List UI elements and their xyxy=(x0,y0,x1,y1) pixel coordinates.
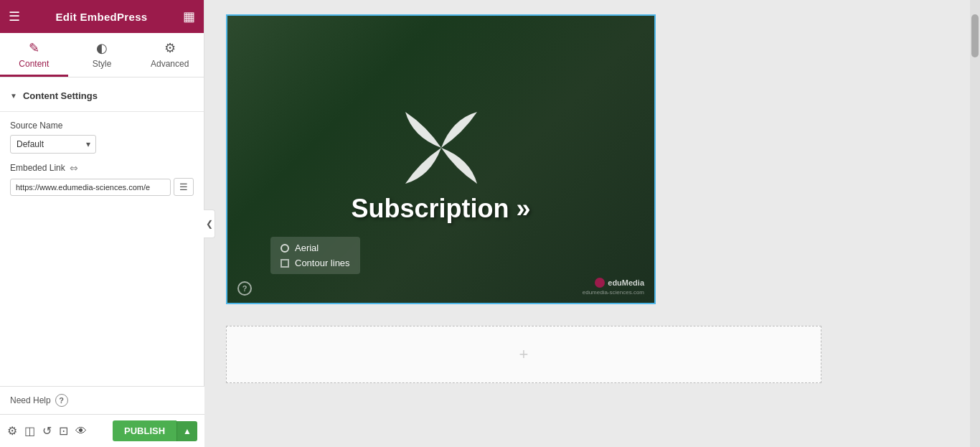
advanced-tab-icon: ⚙ xyxy=(164,40,176,56)
contour-label: Contour lines xyxy=(295,258,350,268)
content-tab-icon: ✎ xyxy=(29,40,39,56)
embed-link-input[interactable] xyxy=(10,179,171,196)
main-area: Subscription » Aerial Contour lines ? xyxy=(204,0,970,447)
contour-item: Contour lines xyxy=(281,258,350,268)
settings-toolbar-icon[interactable]: ⚙ xyxy=(7,424,17,438)
publish-button[interactable]: PUBLISH xyxy=(113,420,176,441)
pinwheel-svg xyxy=(384,90,499,205)
video-help-button[interactable]: ? xyxy=(237,281,252,296)
style-tab-icon: ◐ xyxy=(96,40,108,56)
toggle-panel-button[interactable]: ❮ xyxy=(204,210,215,238)
source-name-select-wrapper: Default xyxy=(10,135,96,154)
section-title: Content Settings xyxy=(23,90,98,101)
video-background: Subscription » Aerial Contour lines ? xyxy=(227,16,654,303)
pinwheel-logo xyxy=(384,90,499,205)
branding-logo: eduMedia xyxy=(595,278,644,288)
tab-style[interactable]: ◐ Style xyxy=(68,33,136,77)
source-name-field: Source Name Default xyxy=(0,116,204,158)
publish-btn-wrapper: PUBLISH ▲ xyxy=(113,420,197,441)
panel-header: ☰ Edit EmbedPress ▦ xyxy=(0,0,204,33)
left-panel: ☰ Edit EmbedPress ▦ ✎ Content ◐ Style ⚙ … xyxy=(0,0,204,447)
layers-toolbar-icon[interactable]: ◫ xyxy=(24,424,35,438)
embed-link-field: Embeded Link ⇔ ☰ xyxy=(0,158,204,200)
eye-toolbar-icon[interactable]: 👁 xyxy=(75,425,87,438)
empty-block-wrapper: + xyxy=(226,326,948,383)
branding-subtext: edumedia-sciences.com xyxy=(583,289,644,296)
undo-toolbar-icon[interactable]: ↺ xyxy=(42,424,52,438)
empty-block: + xyxy=(226,326,821,383)
aerial-radio xyxy=(281,244,289,253)
need-help-label: Need Help xyxy=(10,395,51,405)
embed-link-label-row: Embeded Link ⇔ xyxy=(10,162,194,174)
video-branding: eduMedia edumedia-sciences.com xyxy=(583,278,644,296)
subscription-text: Subscription » xyxy=(227,194,654,224)
embed-video: Subscription » Aerial Contour lines ? xyxy=(227,16,654,303)
embed-link-row: ☰ xyxy=(10,178,194,196)
section-arrow-icon: ▼ xyxy=(10,92,17,100)
tab-advanced[interactable]: ⚙ Advanced xyxy=(136,33,204,77)
video-overlay-box: Aerial Contour lines xyxy=(270,237,360,274)
tab-advanced-label: Advanced xyxy=(151,59,189,69)
right-scrollbar[interactable] xyxy=(970,0,980,447)
tab-content-label: Content xyxy=(19,59,49,69)
grid-icon[interactable]: ▦ xyxy=(183,9,195,24)
contour-checkbox xyxy=(281,259,289,268)
empty-block-icon: + xyxy=(519,345,529,364)
resize-handle-icon[interactable]: ⇔ xyxy=(70,162,78,174)
panel-title: Edit EmbedPress xyxy=(56,11,148,23)
divider xyxy=(0,111,204,112)
help-circle-icon[interactable]: ? xyxy=(55,394,68,407)
content-settings-section[interactable]: ▼ Content Settings xyxy=(0,85,204,107)
panel-footer: Need Help ? xyxy=(0,386,204,414)
tabs-row: ✎ Content ◐ Style ⚙ Advanced xyxy=(0,33,204,77)
hamburger-icon[interactable]: ☰ xyxy=(9,9,20,24)
aerial-item: Aerial xyxy=(281,243,350,253)
bottom-toolbar: ⚙ ◫ ↺ ⊡ 👁 PUBLISH ▲ xyxy=(0,414,204,447)
tab-content[interactable]: ✎ Content xyxy=(0,33,68,77)
source-name-select[interactable]: Default xyxy=(10,135,96,154)
embed-link-label-text: Embeded Link xyxy=(10,163,65,173)
publish-dropdown-button[interactable]: ▲ xyxy=(176,421,197,441)
branding-name: eduMedia xyxy=(608,278,644,287)
branding-circle-icon xyxy=(595,278,605,288)
responsive-toolbar-icon[interactable]: ⊡ xyxy=(59,424,68,438)
tab-style-label: Style xyxy=(93,59,112,69)
scrollbar-thumb[interactable] xyxy=(971,14,979,57)
embed-container: Subscription » Aerial Contour lines ? xyxy=(226,14,656,304)
aerial-label: Aerial xyxy=(295,243,319,253)
embed-link-options-btn[interactable]: ☰ xyxy=(174,178,194,196)
source-name-label: Source Name xyxy=(10,121,194,131)
